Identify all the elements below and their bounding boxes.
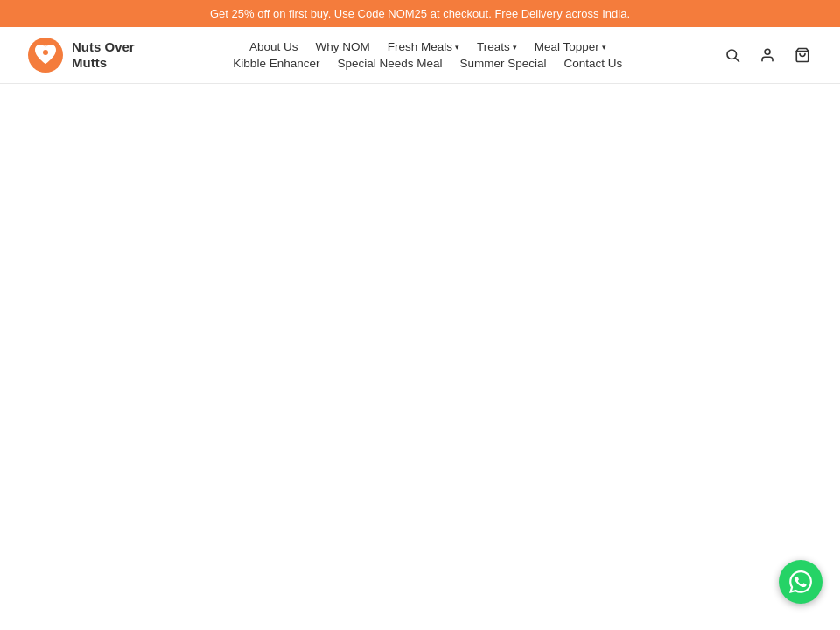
logo[interactable]: Nuts Over Mutts <box>26 36 135 74</box>
nav-link-contact-us[interactable]: Contact Us <box>564 57 623 70</box>
meal-topper-dropdown-arrow: ▾ <box>602 43 606 52</box>
search-icon <box>724 47 740 63</box>
treats-dropdown-arrow: ▾ <box>513 43 517 52</box>
main-content <box>0 84 840 592</box>
svg-point-2 <box>44 45 47 50</box>
header-actions <box>721 44 814 66</box>
cart-icon <box>794 47 810 63</box>
nav-top-row: About Us Why NOM Fresh Meals ▾ Treats ▾ … <box>152 40 704 53</box>
whatsapp-button[interactable] <box>779 560 822 604</box>
nav-bottom-row: Kibble Enhancer Special Needs Meal Summe… <box>152 57 704 70</box>
announcement-text: Get 25% off on first buy. Use Code NOM25… <box>210 7 630 20</box>
header: Nuts Over Mutts About Us Why NOM Fresh M… <box>0 27 840 84</box>
nav-link-about-us[interactable]: About Us <box>249 40 298 53</box>
main-nav: About Us Why NOM Fresh Meals ▾ Treats ▾ … <box>152 40 704 70</box>
svg-point-1 <box>43 50 48 55</box>
nav-link-special-needs-meal[interactable]: Special Needs Meal <box>337 57 442 70</box>
nav-link-summer-special[interactable]: Summer Special <box>460 57 547 70</box>
nav-link-fresh-meals[interactable]: Fresh Meals ▾ <box>388 40 459 53</box>
nav-link-why-nom[interactable]: Why NOM <box>315 40 369 53</box>
logo-icon <box>26 36 65 74</box>
svg-point-5 <box>765 49 770 54</box>
logo-text: Nuts Over Mutts <box>72 39 135 71</box>
whatsapp-icon <box>789 570 812 593</box>
cart-button[interactable] <box>791 44 814 66</box>
user-icon <box>760 47 775 63</box>
nav-link-kibble-enhancer[interactable]: Kibble Enhancer <box>233 57 319 70</box>
nav-link-treats[interactable]: Treats ▾ <box>477 40 517 53</box>
login-button[interactable] <box>756 44 779 66</box>
announcement-bar: Get 25% off on first buy. Use Code NOM25… <box>0 0 840 27</box>
nav-link-meal-topper[interactable]: Meal Topper ▾ <box>535 40 606 53</box>
fresh-meals-dropdown-arrow: ▾ <box>455 43 459 52</box>
svg-line-4 <box>735 58 738 61</box>
search-button[interactable] <box>721 44 744 66</box>
